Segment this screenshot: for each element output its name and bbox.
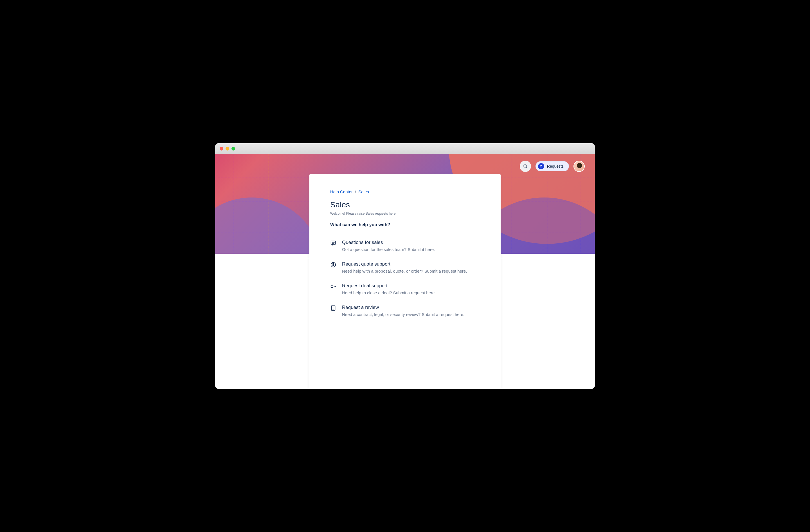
option-request-quote-support[interactable]: Request quote support Need help with a p…	[330, 261, 480, 273]
option-request-a-review[interactable]: Request a review Need a contract, legal,…	[330, 305, 480, 317]
page-content: 2 Requests Help Center / Sales Sales Wel…	[215, 154, 595, 389]
browser-window: 2 Requests Help Center / Sales Sales Wel…	[215, 143, 595, 389]
svg-point-0	[524, 165, 526, 167]
requests-label: Requests	[547, 164, 564, 168]
search-icon	[523, 164, 528, 169]
maximize-window-button[interactable]	[231, 147, 235, 150]
option-questions-for-sales[interactable]: Questions for sales Got a question for t…	[330, 240, 480, 252]
breadcrumb-root-link[interactable]: Help Center	[330, 189, 353, 194]
option-title: Request a review	[342, 305, 464, 310]
requests-button[interactable]: 2 Requests	[535, 161, 569, 171]
breadcrumb: Help Center / Sales	[330, 189, 480, 194]
minimize-window-button[interactable]	[226, 147, 229, 150]
breadcrumb-current-link[interactable]: Sales	[358, 189, 369, 194]
option-request-deal-support[interactable]: Request deal support Need help to close …	[330, 283, 480, 295]
option-description: Need help to close a deal? Submit a requ…	[342, 290, 436, 295]
svg-line-1	[526, 167, 527, 168]
document-icon	[330, 305, 336, 311]
requests-count-badge: 2	[538, 163, 544, 170]
decorative-blob	[215, 197, 322, 254]
breadcrumb-separator: /	[355, 189, 356, 194]
option-title: Request quote support	[342, 261, 467, 267]
top-bar: 2 Requests	[520, 161, 585, 172]
window-titlebar	[215, 143, 595, 154]
close-window-button[interactable]	[220, 147, 223, 150]
option-title: Request deal support	[342, 283, 436, 289]
option-title: Questions for sales	[342, 240, 435, 245]
option-description: Need help with a proposal, quote, or ord…	[342, 269, 467, 273]
page-title: Sales	[330, 200, 480, 209]
dollar-icon	[330, 262, 336, 268]
page-subtitle: Welcome! Please raise Sales requests her…	[330, 212, 480, 215]
option-description: Got a question for the sales team? Submi…	[342, 247, 435, 252]
help-heading: What can we help you with?	[330, 222, 480, 227]
key-icon	[330, 283, 336, 290]
chat-icon	[330, 240, 336, 246]
main-card: Help Center / Sales Sales Welcome! Pleas…	[309, 174, 501, 389]
search-button[interactable]	[520, 161, 531, 172]
svg-point-6	[331, 286, 333, 288]
avatar[interactable]	[573, 161, 585, 172]
svg-rect-2	[331, 241, 336, 244]
option-description: Need a contract, legal, or security revi…	[342, 312, 464, 317]
